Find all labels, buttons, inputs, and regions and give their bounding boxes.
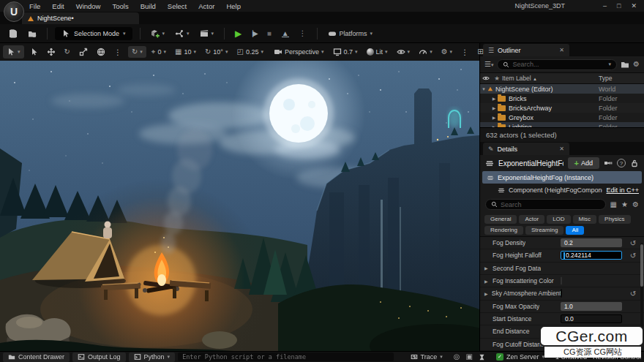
tab-general[interactable]: General xyxy=(484,215,517,224)
expand-icon[interactable]: ▶ xyxy=(490,115,498,120)
edit-in-cpp-link[interactable]: Edit in C++ xyxy=(606,186,639,194)
python-command-box[interactable] xyxy=(178,352,394,361)
transform-kebab[interactable]: ⋮ xyxy=(111,46,125,59)
blueprints-dropdown[interactable]: ▾ xyxy=(172,27,192,40)
output-log-button[interactable]: Output Log xyxy=(72,352,126,362)
minimize-button[interactable]: – xyxy=(603,2,607,10)
details-search-input[interactable] xyxy=(501,201,600,208)
view-mode-dropdown[interactable]: Lit▾ xyxy=(363,46,392,58)
python-console-dropdown[interactable]: Python▾ xyxy=(129,352,176,362)
pin-column-icon[interactable]: ★ xyxy=(492,75,502,82)
menu-select[interactable]: Select xyxy=(168,2,187,10)
start-distance-field[interactable]: 0.0 xyxy=(561,314,622,323)
collapse-icon[interactable]: ▼ xyxy=(480,87,487,91)
outliner-row-bricksarchway[interactable]: ▶ BricksArchway Folder xyxy=(480,103,644,113)
instance-row[interactable]: ExponentialHeightFog (Instance) xyxy=(482,171,642,184)
tab-outliner[interactable]: ☰ Outliner ✕ xyxy=(483,44,569,56)
close-button[interactable]: ✕ xyxy=(631,2,637,10)
menu-window[interactable]: Window xyxy=(76,2,101,10)
add-actor-dropdown[interactable]: ▾ xyxy=(148,27,168,40)
outliner-settings-icon[interactable]: ⚙ xyxy=(633,61,640,68)
property-fog-density[interactable]: Fog Density 0.2 ↺ xyxy=(480,237,644,249)
property-sky-atmosphere-ambient[interactable]: ▶Sky Atmosphere Ambient C... ↺ xyxy=(480,287,644,300)
grid-snap-dropdown[interactable]: ▦10▾ xyxy=(171,46,200,58)
favorites-icon[interactable]: ★ xyxy=(621,201,628,208)
fog-height-falloff-input[interactable] xyxy=(566,252,619,259)
play-options-kebab[interactable]: ⋮ xyxy=(296,27,310,39)
save-button[interactable] xyxy=(6,27,20,40)
convert-blueprint-icon[interactable] xyxy=(604,159,613,167)
expand-icon[interactable]: ▶ xyxy=(484,279,490,284)
expand-icon[interactable]: ▶ xyxy=(484,291,490,296)
viewport-kebab[interactable]: ⋮ xyxy=(457,46,472,59)
component-row[interactable]: Component (HeightFogComponent0) Edit in … xyxy=(480,184,644,196)
outliner-row-lighting[interactable]: ▶ Lighting Folder xyxy=(480,122,644,127)
tab-actor[interactable]: Actor xyxy=(519,215,544,224)
menu-file[interactable]: File xyxy=(29,2,40,10)
property-second-fog-data[interactable]: ▶Second Fog Data xyxy=(480,263,644,275)
scrollbar-thumb[interactable] xyxy=(640,244,643,287)
select-tool-button[interactable] xyxy=(26,45,42,59)
details-close-icon[interactable]: ✕ xyxy=(559,146,564,152)
scale-tool-button[interactable] xyxy=(75,45,91,59)
type-column[interactable]: Type xyxy=(599,75,644,82)
viewport-settings-dropdown[interactable]: ⚙▾ xyxy=(438,46,456,58)
scale-snap-dropdown[interactable]: ◰0.25▾ xyxy=(233,46,268,58)
python-command-input[interactable] xyxy=(182,353,389,361)
new-folder-icon[interactable] xyxy=(621,60,629,69)
tab-streaming[interactable]: Streaming xyxy=(525,226,564,235)
outliner-column-header[interactable]: ★ Item Label ▲ Type xyxy=(480,72,644,84)
lock-icon[interactable] xyxy=(630,159,639,167)
fog-inscattering-color-swatch[interactable] xyxy=(561,276,562,285)
property-fog-max-opacity[interactable]: Fog Max Opacity 1.0 xyxy=(480,301,644,313)
expand-icon[interactable]: ▶ xyxy=(484,265,490,271)
fog-max-opacity-field[interactable]: 1.0 xyxy=(561,302,622,311)
property-start-distance[interactable]: Start Distance 0.0 xyxy=(480,313,644,325)
show-flags-dropdown[interactable]: ▾ xyxy=(393,45,414,59)
menu-help[interactable]: Help xyxy=(226,2,241,10)
menu-tools[interactable]: Tools xyxy=(112,2,128,10)
tab-physics[interactable]: Physics xyxy=(599,215,631,224)
screen-percentage-dropdown[interactable]: 0.7▾ xyxy=(329,45,362,59)
tab-rendering[interactable]: Rendering xyxy=(484,226,523,235)
property-fog-height-falloff[interactable]: Fog Height Falloff ↺ xyxy=(480,249,644,262)
item-label-column[interactable]: Item Label ▲ xyxy=(502,75,599,82)
frame-skip-button[interactable]: |▶ xyxy=(249,27,259,39)
content-browser-button[interactable] xyxy=(25,27,40,40)
tab-misc[interactable]: Misc xyxy=(573,215,596,224)
content-drawer-button[interactable]: Content Drawer xyxy=(3,352,70,362)
launch-button[interactable]: ▲ xyxy=(279,28,292,39)
stop-button[interactable]: ■ xyxy=(264,27,274,39)
viewport-scene[interactable] xyxy=(0,61,479,351)
outliner-search-box[interactable]: ▾ xyxy=(497,59,617,70)
maximize-button[interactable]: □ xyxy=(617,2,621,10)
outliner-close-icon[interactable]: ✕ xyxy=(559,47,564,53)
outliner-row-greybox[interactable]: ▶ Greybox Folder xyxy=(480,113,644,122)
asset-tab-nightscene[interactable]: NightScene• xyxy=(22,12,139,24)
search-options-icon[interactable]: ▾ xyxy=(609,61,612,67)
platforms-dropdown[interactable]: Platforms▾ xyxy=(325,27,376,40)
move-tool-button[interactable] xyxy=(43,45,59,59)
trace-dropdown[interactable]: Trace▾ xyxy=(405,352,448,362)
maximize-viewport-button[interactable]: ⊞ xyxy=(473,46,487,58)
filter-icon[interactable]: ☰▾ xyxy=(484,61,493,68)
zen-server-dropdown[interactable]: ✓ Zen Server▾ xyxy=(491,352,550,362)
screenshot-icon[interactable]: ▣ xyxy=(465,353,472,361)
surface-snapping-dropdown[interactable]: ↻▾ xyxy=(128,46,146,58)
insights-icon[interactable]: ◎ xyxy=(454,353,460,361)
sky-atmosphere-color-swatch[interactable] xyxy=(561,289,562,298)
camera-speed-dropdown[interactable]: ▾ xyxy=(415,45,436,59)
tab-all[interactable]: All xyxy=(566,226,584,235)
outliner-row-bricks[interactable]: ▶ Bricks Folder xyxy=(480,94,644,103)
visibility-column-icon[interactable] xyxy=(480,75,492,82)
details-settings-icon[interactable]: ⚙ xyxy=(632,201,639,208)
menu-edit[interactable]: Edit xyxy=(52,2,64,10)
expand-icon[interactable]: ▶ xyxy=(490,96,498,101)
perspective-dropdown[interactable]: Perspective▾ xyxy=(270,45,328,59)
location-snap-dropdown[interactable]: ⌖0▾ xyxy=(148,46,170,58)
help-icon[interactable]: ? xyxy=(617,159,626,167)
cinematics-dropdown[interactable]: ▾ xyxy=(197,27,217,40)
tab-lod[interactable]: LOD xyxy=(547,215,570,224)
world-coordinate-button[interactable] xyxy=(93,45,109,59)
details-search-box[interactable] xyxy=(485,199,606,210)
